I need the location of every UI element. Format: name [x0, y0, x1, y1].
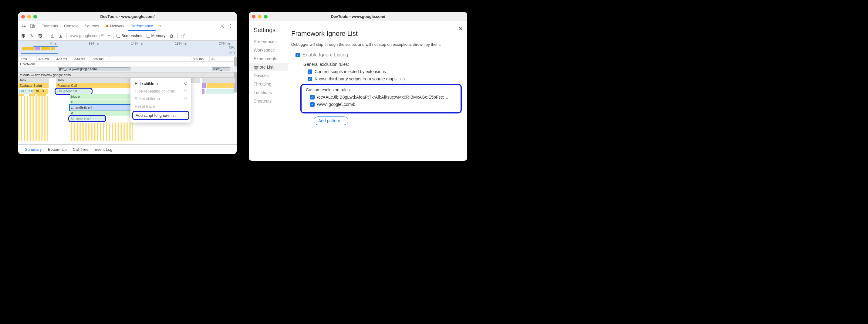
reload-record-button[interactable]: ↻ [29, 33, 35, 38]
tab-performance[interactable]: Performance [128, 22, 155, 31]
main-thread-header[interactable]: Main — https://www.google.com/ [18, 72, 237, 78]
sidebar-item-preferences[interactable]: Preferences [249, 37, 288, 46]
tab-call-tree[interactable]: Call Tree [70, 145, 92, 154]
ruler-tick: 359 ms [191, 57, 209, 61]
collect-garbage-icon[interactable] [169, 33, 174, 38]
sidebar-item-shortcuts[interactable]: Shortcuts [249, 97, 288, 105]
menu-add-to-ignore-list[interactable]: Add script to ignore list [133, 111, 188, 119]
tab-network[interactable]: Network [103, 21, 127, 31]
triangle-right-icon [20, 63, 22, 65]
overview-minimap[interactable]: 4 ms 994 ms 1494 ms 1994 ms 2494 ms CPU … [18, 41, 237, 57]
titlebar[interactable]: DevTools - www.google.com/ [249, 12, 467, 21]
close-x-icon[interactable]: ✕ [458, 26, 463, 32]
menu-hide-function[interactable]: Hide functionH [130, 78, 191, 80]
highlight-add-to-ignore: Add script to ignore list [132, 111, 189, 120]
tab-event-log[interactable]: Event Log [92, 145, 116, 154]
tabs-overflow-button[interactable]: » [157, 21, 164, 31]
clear-button[interactable] [38, 33, 43, 38]
menu-hide-children[interactable]: Hide childrenC [130, 80, 191, 87]
overview-time: 2494 ms [219, 42, 230, 45]
enable-ignore-listing-checkbox[interactable]: Enable Ignore Listing [296, 52, 462, 58]
network-track[interactable]: gen_204 (www.google.com) client_ [18, 66, 237, 72]
memory-checkbox[interactable]: Memory [147, 33, 166, 38]
main-flame-chart[interactable]: Task Task Evaluate Script Function Call … [18, 78, 237, 144]
download-icon[interactable] [58, 33, 63, 38]
panel-tabs: Elements Console Sources Network Perform… [18, 21, 237, 31]
flame-stripes [18, 96, 49, 141]
device-icon[interactable] [29, 23, 36, 30]
custom-rule-2[interactable]: www\.google\.com\b [310, 102, 458, 107]
content-scripts-label: Content scripts injected by extensions [315, 69, 386, 74]
custom-rule-1[interactable]: /ee=ALeJib:B8gLwd;AfeaP:TkrAjf;Afksuc:wM… [310, 95, 458, 99]
divider [66, 33, 67, 38]
flame-entry[interactable] [202, 83, 206, 88]
recording-selector[interactable]: www.google.com #1 [70, 33, 105, 38]
network-track-header[interactable]: Network [18, 62, 237, 66]
context-menu: Hide functionH Hide childrenC Hide repea… [130, 78, 191, 123]
custom-rule-1-label: /ee=ALeJib:B8gLwd;AfeaP:TkrAjf;Afksuc:wM… [317, 95, 448, 99]
net-label: NET [229, 51, 236, 55]
flame-ignore-list[interactable]: On ignore list [56, 89, 91, 94]
menu-key: C [184, 81, 187, 86]
menu-hide-repeating: Hide repeating childrenR [130, 87, 191, 95]
menu-key: U [184, 96, 187, 101]
tab-bottom-up[interactable]: Bottom-Up [45, 145, 70, 154]
flame-chart-area: 9 ms 324 ms 329 ms 334 ms 339 ms 359 ms … [18, 57, 237, 144]
tab-elements[interactable]: Elements [39, 21, 60, 31]
flame-entry[interactable] [206, 89, 234, 94]
chevron-down-icon[interactable]: ▾ [108, 33, 110, 38]
sidebar-item-ignore-list[interactable]: Ignore List [249, 63, 288, 71]
flame-entry[interactable] [202, 89, 205, 94]
flame-task[interactable] [202, 78, 235, 83]
flame-task[interactable]: Task [18, 78, 49, 83]
custom-rule-2-label: www\.google\.com\b [317, 102, 355, 107]
settings-main: ✕ Framework Ignore List Debugger will sk… [288, 21, 467, 161]
inspect-icon[interactable] [21, 23, 28, 30]
devtools-performance-window: DevTools - www.google.com/ Elements Cons… [18, 12, 237, 154]
details-tabs: Summary Bottom-Up Call Tree Event Log [18, 144, 237, 154]
window-title: DevTools - www.google.com/ [249, 14, 467, 19]
menu-label: Add script to ignore list [135, 113, 176, 118]
network-bar[interactable]: gen_204 (www.google.com) [58, 67, 130, 71]
enable-ignore-listing-label: Enable Ignore Listing [303, 52, 348, 58]
kebab-icon[interactable]: ⋮ [227, 23, 234, 30]
window-title: DevTools - www.google.com/ [18, 14, 237, 19]
add-pattern-button[interactable]: Add pattern... [314, 117, 348, 125]
sidebar-item-workspace[interactable]: Workspace [249, 46, 288, 54]
flame-evaluate-script[interactable]: Evaluate Script [18, 83, 49, 88]
flame-entry[interactable]: On i…list [18, 89, 33, 94]
cpu-label: CPU [229, 46, 236, 49]
flame-entry[interactable]: Ru…s [33, 89, 48, 94]
sidebar-item-locations[interactable]: Locations [249, 88, 288, 97]
flame-entry[interactable] [207, 83, 234, 88]
tab-sources[interactable]: Sources [82, 21, 102, 31]
content-scripts-checkbox[interactable]: Content scripts injected by extensions [308, 69, 462, 74]
record-button[interactable] [21, 33, 26, 38]
flame-ignore-list[interactable]: On ignore list [70, 116, 105, 121]
checkbox-checked-icon [308, 77, 312, 81]
help-icon[interactable]: ? [400, 77, 405, 81]
ruler-tick: 334 ms [73, 57, 91, 61]
tab-console[interactable]: Console [62, 21, 81, 31]
network-bar[interactable]: client_ [212, 67, 230, 71]
ruler-tick: 329 ms [55, 57, 73, 61]
flame-stripes [70, 123, 133, 141]
third-party-checkbox[interactable]: Known third-party scripts from source ma… [308, 76, 462, 81]
flame-handle-event-selected[interactable]: z.handleEvent [70, 105, 133, 110]
checkbox-checked-icon [310, 102, 315, 107]
flame-a[interactable]: A [70, 110, 133, 116]
flame-c[interactable]: c [70, 99, 133, 105]
titlebar[interactable]: DevTools - www.google.com/ [18, 12, 237, 21]
flame-function-call[interactable]: Function Call [56, 83, 135, 88]
ruler-tick: 36 [209, 57, 218, 61]
sidebar-item-throttling[interactable]: Throttling [249, 80, 288, 88]
menu-label: Reset children [135, 96, 160, 101]
flame-trigger[interactable]: trigger [70, 94, 133, 99]
sidebar-item-devices[interactable]: Devices [249, 71, 288, 80]
upload-icon[interactable] [50, 33, 55, 38]
gear-icon[interactable] [218, 23, 226, 30]
screenshots-checkbox[interactable]: Screenshots [117, 33, 143, 38]
tab-summary[interactable]: Summary [22, 145, 45, 154]
sidebar-item-experiments[interactable]: Experiments [249, 54, 288, 63]
capture-settings-icon[interactable] [181, 33, 186, 38]
